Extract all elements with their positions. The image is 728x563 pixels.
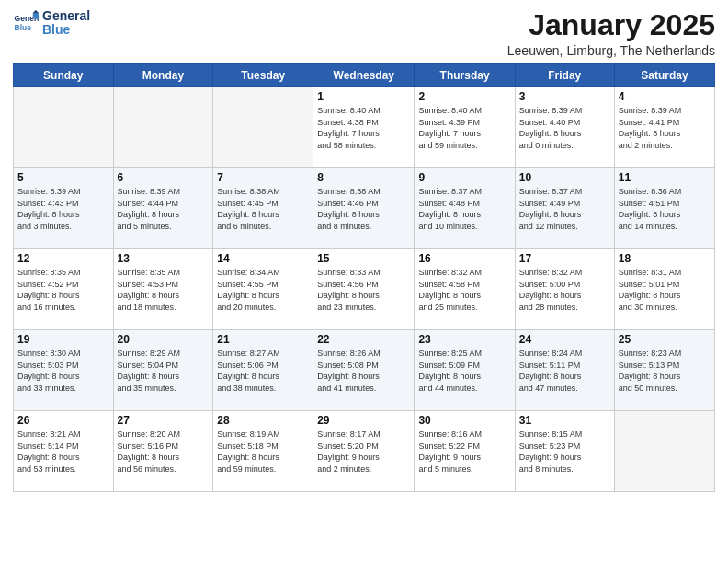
day-number: 31 [519, 414, 610, 427]
day-info: Sunrise: 8:39 AM Sunset: 4:41 PM Dayligh… [619, 105, 711, 151]
logo-general: General [42, 9, 90, 23]
calendar-cell: 7Sunrise: 8:38 AM Sunset: 4:45 PM Daylig… [213, 168, 313, 249]
calendar-body: 1Sunrise: 8:40 AM Sunset: 4:38 PM Daylig… [14, 87, 715, 492]
day-number: 20 [118, 333, 210, 346]
day-number: 9 [418, 171, 510, 184]
day-number: 2 [418, 90, 510, 103]
day-number: 3 [519, 90, 610, 103]
calendar-cell: 3Sunrise: 8:39 AM Sunset: 4:40 PM Daylig… [515, 87, 614, 168]
calendar-week-row: 26Sunrise: 8:21 AM Sunset: 5:14 PM Dayli… [14, 411, 715, 492]
location: Leeuwen, Limburg, The Netherlands [507, 43, 715, 58]
day-info: Sunrise: 8:40 AM Sunset: 4:39 PM Dayligh… [418, 105, 510, 151]
calendar-cell: 8Sunrise: 8:38 AM Sunset: 4:46 PM Daylig… [313, 168, 415, 249]
calendar-cell: 23Sunrise: 8:25 AM Sunset: 5:09 PM Dayli… [415, 330, 515, 411]
day-info: Sunrise: 8:32 AM Sunset: 4:58 PM Dayligh… [418, 267, 510, 313]
calendar-cell [14, 87, 114, 168]
day-info: Sunrise: 8:21 AM Sunset: 5:14 PM Dayligh… [17, 429, 109, 475]
day-info: Sunrise: 8:23 AM Sunset: 5:13 PM Dayligh… [619, 348, 711, 394]
day-info: Sunrise: 8:38 AM Sunset: 4:46 PM Dayligh… [317, 186, 410, 232]
month-title: January 2025 [507, 9, 715, 41]
calendar-cell: 31Sunrise: 8:15 AM Sunset: 5:23 PM Dayli… [515, 411, 614, 492]
day-number: 21 [217, 333, 309, 346]
calendar-cell: 22Sunrise: 8:26 AM Sunset: 5:08 PM Dayli… [313, 330, 415, 411]
day-number: 17 [519, 252, 610, 265]
calendar-cell: 27Sunrise: 8:20 AM Sunset: 5:16 PM Dayli… [113, 411, 213, 492]
day-info: Sunrise: 8:40 AM Sunset: 4:38 PM Dayligh… [317, 105, 410, 151]
day-number: 27 [118, 414, 210, 427]
calendar-week-row: 19Sunrise: 8:30 AM Sunset: 5:03 PM Dayli… [14, 330, 715, 411]
day-info: Sunrise: 8:37 AM Sunset: 4:48 PM Dayligh… [418, 186, 510, 232]
day-info: Sunrise: 8:19 AM Sunset: 5:18 PM Dayligh… [217, 429, 309, 475]
day-info: Sunrise: 8:32 AM Sunset: 5:00 PM Dayligh… [519, 267, 610, 313]
calendar-week-row: 5Sunrise: 8:39 AM Sunset: 4:43 PM Daylig… [14, 168, 715, 249]
logo: General Blue General Blue [13, 9, 90, 38]
day-header-thursday: Thursday [415, 64, 515, 87]
logo-blue: Blue [42, 23, 90, 37]
calendar-cell: 13Sunrise: 8:35 AM Sunset: 4:53 PM Dayli… [113, 249, 213, 330]
calendar-cell: 30Sunrise: 8:16 AM Sunset: 5:22 PM Dayli… [415, 411, 515, 492]
day-info: Sunrise: 8:29 AM Sunset: 5:04 PM Dayligh… [118, 348, 210, 394]
calendar-cell [213, 87, 313, 168]
calendar-cell: 6Sunrise: 8:39 AM Sunset: 4:44 PM Daylig… [113, 168, 213, 249]
day-number: 8 [317, 171, 410, 184]
day-info: Sunrise: 8:39 AM Sunset: 4:43 PM Dayligh… [17, 186, 109, 232]
day-header-friday: Friday [515, 64, 614, 87]
day-number: 16 [418, 252, 510, 265]
calendar-cell: 1Sunrise: 8:40 AM Sunset: 4:38 PM Daylig… [313, 87, 415, 168]
calendar-cell: 24Sunrise: 8:24 AM Sunset: 5:11 PM Dayli… [515, 330, 614, 411]
day-info: Sunrise: 8:35 AM Sunset: 4:53 PM Dayligh… [118, 267, 210, 313]
svg-marker-4 [33, 10, 39, 13]
day-info: Sunrise: 8:26 AM Sunset: 5:08 PM Dayligh… [317, 348, 410, 394]
day-info: Sunrise: 8:36 AM Sunset: 4:51 PM Dayligh… [619, 186, 711, 232]
calendar-cell: 18Sunrise: 8:31 AM Sunset: 5:01 PM Dayli… [614, 249, 714, 330]
day-number: 11 [619, 171, 711, 184]
day-number: 19 [17, 333, 109, 346]
day-info: Sunrise: 8:20 AM Sunset: 5:16 PM Dayligh… [118, 429, 210, 475]
calendar-cell: 11Sunrise: 8:36 AM Sunset: 4:51 PM Dayli… [614, 168, 714, 249]
day-info: Sunrise: 8:30 AM Sunset: 5:03 PM Dayligh… [17, 348, 109, 394]
day-info: Sunrise: 8:34 AM Sunset: 4:55 PM Dayligh… [217, 267, 309, 313]
day-info: Sunrise: 8:31 AM Sunset: 5:01 PM Dayligh… [619, 267, 711, 313]
day-number: 10 [519, 171, 610, 184]
day-header-sunday: Sunday [14, 64, 114, 87]
day-info: Sunrise: 8:27 AM Sunset: 5:06 PM Dayligh… [217, 348, 309, 394]
calendar-cell [614, 411, 714, 492]
day-info: Sunrise: 8:38 AM Sunset: 4:45 PM Dayligh… [217, 186, 309, 232]
day-info: Sunrise: 8:24 AM Sunset: 5:11 PM Dayligh… [519, 348, 610, 394]
logo-icon: General Blue [13, 10, 39, 36]
day-info: Sunrise: 8:16 AM Sunset: 5:22 PM Dayligh… [418, 429, 510, 475]
header: General Blue General Blue January 2025 L… [13, 9, 715, 58]
calendar-cell: 12Sunrise: 8:35 AM Sunset: 4:52 PM Dayli… [14, 249, 114, 330]
calendar-cell: 15Sunrise: 8:33 AM Sunset: 4:56 PM Dayli… [313, 249, 415, 330]
calendar-cell: 5Sunrise: 8:39 AM Sunset: 4:43 PM Daylig… [14, 168, 114, 249]
svg-text:Blue: Blue [15, 23, 32, 32]
day-info: Sunrise: 8:35 AM Sunset: 4:52 PM Dayligh… [17, 267, 109, 313]
day-number: 23 [418, 333, 510, 346]
days-header-row: SundayMondayTuesdayWednesdayThursdayFrid… [14, 64, 715, 87]
calendar-cell: 19Sunrise: 8:30 AM Sunset: 5:03 PM Dayli… [14, 330, 114, 411]
day-header-saturday: Saturday [614, 64, 714, 87]
day-number: 24 [519, 333, 610, 346]
calendar-cell: 26Sunrise: 8:21 AM Sunset: 5:14 PM Dayli… [14, 411, 114, 492]
calendar-cell: 29Sunrise: 8:17 AM Sunset: 5:20 PM Dayli… [313, 411, 415, 492]
day-number: 26 [17, 414, 109, 427]
calendar-week-row: 1Sunrise: 8:40 AM Sunset: 4:38 PM Daylig… [14, 87, 715, 168]
day-info: Sunrise: 8:17 AM Sunset: 5:20 PM Dayligh… [317, 429, 410, 475]
day-header-tuesday: Tuesday [213, 64, 313, 87]
day-number: 14 [217, 252, 309, 265]
day-number: 13 [118, 252, 210, 265]
calendar-cell: 21Sunrise: 8:27 AM Sunset: 5:06 PM Dayli… [213, 330, 313, 411]
calendar-week-row: 12Sunrise: 8:35 AM Sunset: 4:52 PM Dayli… [14, 249, 715, 330]
day-number: 28 [217, 414, 309, 427]
calendar-cell: 25Sunrise: 8:23 AM Sunset: 5:13 PM Dayli… [614, 330, 714, 411]
day-number: 29 [317, 414, 410, 427]
day-number: 7 [217, 171, 309, 184]
calendar-cell: 4Sunrise: 8:39 AM Sunset: 4:41 PM Daylig… [614, 87, 714, 168]
day-number: 25 [619, 333, 711, 346]
calendar-cell: 17Sunrise: 8:32 AM Sunset: 5:00 PM Dayli… [515, 249, 614, 330]
day-number: 30 [418, 414, 510, 427]
calendar-cell: 16Sunrise: 8:32 AM Sunset: 4:58 PM Dayli… [415, 249, 515, 330]
day-number: 4 [619, 90, 711, 103]
day-header-wednesday: Wednesday [313, 64, 415, 87]
calendar-table: SundayMondayTuesdayWednesdayThursdayFrid… [13, 63, 715, 492]
